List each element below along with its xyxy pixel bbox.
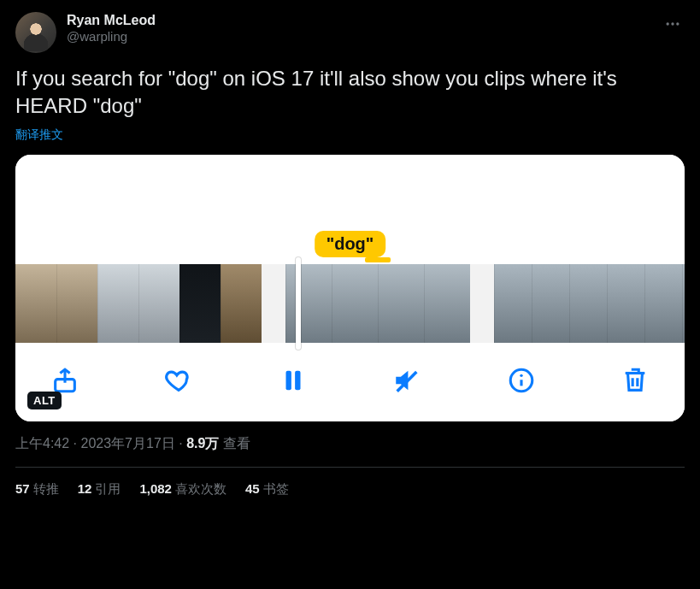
more-button[interactable] bbox=[661, 12, 685, 39]
clip-thumb[interactable] bbox=[15, 264, 56, 343]
clip-thumb[interactable] bbox=[138, 264, 179, 343]
svg-point-7 bbox=[520, 374, 522, 376]
stat-num: 12 bbox=[78, 481, 92, 496]
tweet-text: If you search for "dog" on iOS 17 it'll … bbox=[15, 65, 685, 121]
clip-thumb[interactable] bbox=[607, 264, 644, 343]
stat-likes[interactable]: 1,082喜欢次数 bbox=[139, 481, 226, 498]
stat-bookmarks[interactable]: 45书签 bbox=[245, 481, 289, 498]
clip-thumb[interactable] bbox=[682, 264, 685, 343]
display-name: Ryan McLeod bbox=[67, 12, 156, 29]
yellow-marker-icon bbox=[365, 257, 391, 262]
clip-thumb[interactable] bbox=[424, 264, 470, 343]
handle: @warpling bbox=[67, 29, 156, 45]
meta-time[interactable]: 上午4:42 bbox=[15, 436, 69, 451]
mute-icon bbox=[392, 366, 421, 395]
delete-button[interactable] bbox=[616, 362, 654, 399]
search-term-label: "dog" bbox=[315, 231, 386, 257]
svg-rect-4 bbox=[285, 370, 291, 390]
clip-thumb[interactable] bbox=[179, 264, 221, 343]
alt-badge[interactable]: ALT bbox=[27, 392, 62, 409]
tweet-meta: 上午4:42 · 2023年7月17日 · 8.9万 查看 bbox=[15, 435, 685, 453]
clip-thumb[interactable] bbox=[285, 264, 332, 343]
author-block[interactable]: Ryan McLeod @warpling bbox=[67, 12, 156, 45]
clip-thumb[interactable] bbox=[332, 264, 378, 343]
clip-group-2[interactable] bbox=[285, 264, 470, 343]
clip-thumb[interactable] bbox=[97, 264, 138, 343]
clip-thumb[interactable] bbox=[644, 264, 682, 343]
stat-label: 喜欢次数 bbox=[175, 481, 226, 496]
views-count[interactable]: 8.9万 bbox=[186, 436, 219, 451]
clip-thumb[interactable] bbox=[221, 264, 262, 343]
pause-icon bbox=[279, 366, 308, 395]
stat-num: 45 bbox=[245, 481, 260, 496]
heart-icon bbox=[164, 366, 193, 395]
stat-retweets[interactable]: 57转推 bbox=[15, 481, 59, 498]
clip-thumb[interactable] bbox=[494, 264, 532, 343]
clip-thumb[interactable] bbox=[56, 264, 97, 343]
meta-sep: · bbox=[69, 436, 80, 451]
media-toolbar bbox=[15, 343, 685, 421]
meta-date[interactable]: 2023年7月17日 bbox=[80, 436, 174, 451]
translate-link[interactable]: 翻译推文 bbox=[15, 127, 685, 143]
svg-rect-5 bbox=[295, 370, 300, 390]
clip-thumb[interactable] bbox=[569, 264, 607, 343]
media-card[interactable]: "dog" bbox=[15, 155, 685, 421]
clip-thumb[interactable] bbox=[378, 264, 424, 343]
video-timeline[interactable] bbox=[15, 264, 685, 343]
avatar[interactable] bbox=[15, 12, 56, 53]
svg-point-2 bbox=[676, 22, 679, 25]
media-whitespace: "dog" bbox=[15, 155, 685, 264]
share-icon bbox=[50, 366, 79, 395]
like-button[interactable] bbox=[160, 362, 197, 399]
stat-quotes[interactable]: 12引用 bbox=[78, 481, 121, 498]
stats-row: 57转推 12引用 1,082喜欢次数 45书签 bbox=[15, 468, 685, 498]
info-button[interactable] bbox=[503, 362, 540, 399]
trash-icon bbox=[621, 366, 650, 395]
stat-label: 书签 bbox=[263, 481, 289, 496]
tweet-container: Ryan McLeod @warpling If you search for … bbox=[0, 0, 700, 498]
stat-label: 转推 bbox=[33, 481, 59, 496]
views-label: 查看 bbox=[223, 436, 250, 451]
more-icon bbox=[664, 15, 681, 32]
tweet-header: Ryan McLeod @warpling bbox=[15, 12, 685, 53]
clip-thumb[interactable] bbox=[532, 264, 569, 343]
info-icon bbox=[507, 366, 536, 395]
clip-group-1[interactable] bbox=[15, 264, 262, 343]
pause-button[interactable] bbox=[274, 362, 312, 399]
stat-label: 引用 bbox=[95, 481, 121, 496]
svg-point-1 bbox=[671, 22, 674, 25]
stat-num: 57 bbox=[15, 481, 30, 496]
playhead[interactable] bbox=[296, 257, 301, 350]
svg-point-0 bbox=[667, 22, 669, 25]
meta-sep: · bbox=[175, 436, 186, 451]
stat-num: 1,082 bbox=[139, 481, 172, 496]
clip-group-3[interactable] bbox=[494, 264, 685, 343]
mute-button[interactable] bbox=[388, 362, 426, 399]
